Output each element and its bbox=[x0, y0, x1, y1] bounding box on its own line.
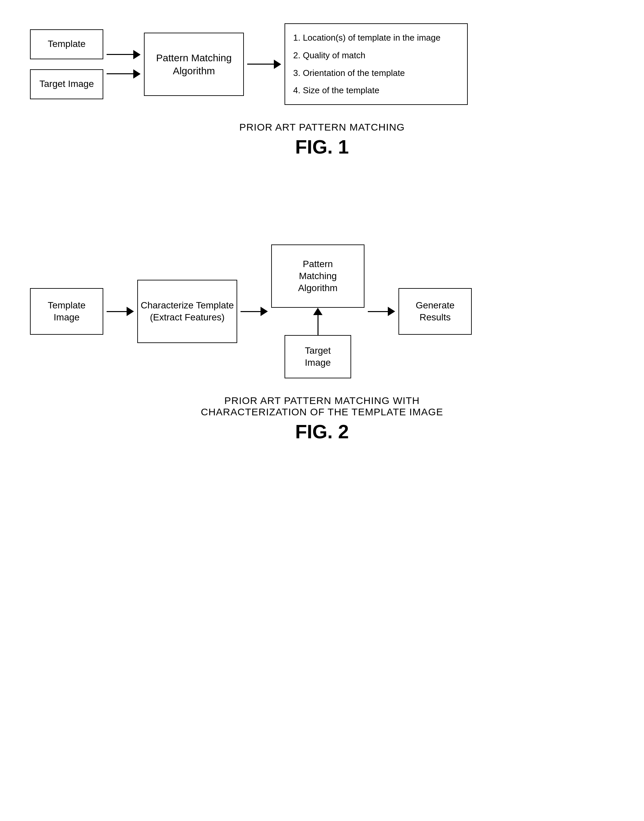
fig1-section: Template Target Image Pattern MatchingAl… bbox=[20, 13, 624, 178]
fig1-diagram: Template Target Image Pattern MatchingAl… bbox=[30, 23, 624, 105]
arrow-target-up bbox=[313, 308, 322, 335]
v-line bbox=[317, 315, 319, 335]
output-item-1: 1. Location(s) of template in the image bbox=[293, 30, 459, 46]
arrow-template-to-char bbox=[107, 307, 134, 316]
fig1-output-box: 1. Location(s) of template in the image … bbox=[285, 23, 468, 105]
fig1-algo-box: Pattern MatchingAlgorithm bbox=[144, 33, 244, 96]
fig1-subtitle: PRIOR ART PATTERN MATCHING bbox=[20, 122, 624, 133]
fig2-subtitle-line2: CHARACTERIZATION OF THE TEMPLATE IMAGE bbox=[20, 406, 624, 418]
section-gap bbox=[20, 178, 624, 218]
fig2-diagram: TemplateImage Characterize Template(Extr… bbox=[30, 245, 624, 378]
output-item-4: 4. Size of the template bbox=[293, 83, 459, 98]
fig1-inputs: Template Target Image bbox=[30, 29, 103, 99]
fig2-generate-box: GenerateResults bbox=[399, 288, 472, 335]
target-image-box: Target Image bbox=[30, 69, 103, 99]
fig2-middle-col: PatternMatchingAlgorithm TargetImage bbox=[271, 245, 365, 378]
template-box: Template bbox=[30, 29, 103, 59]
page: Template Target Image Pattern MatchingAl… bbox=[0, 0, 644, 821]
fig2-label: FIG. 2 bbox=[20, 420, 624, 443]
arrow-char-to-algo bbox=[241, 307, 268, 316]
fig2-algo-box: PatternMatchingAlgorithm bbox=[271, 245, 365, 308]
arrow-algo-to-generate bbox=[368, 307, 395, 316]
fig2-caption: PRIOR ART PATTERN MATCHING WITH CHARACTE… bbox=[20, 395, 624, 443]
fig2-template-box: TemplateImage bbox=[30, 288, 103, 335]
arrow-template-to-algo bbox=[107, 50, 141, 59]
fig1-label: FIG. 1 bbox=[20, 136, 624, 158]
arrow-algo-to-output bbox=[247, 60, 281, 69]
fig1-input-arrows bbox=[107, 50, 141, 79]
arrow-target-to-algo bbox=[107, 69, 141, 79]
fig2-section: TemplateImage Characterize Template(Extr… bbox=[20, 218, 624, 443]
fig2-characterize-box: Characterize Template(Extract Features) bbox=[137, 280, 237, 343]
arrowhead-up bbox=[313, 308, 322, 315]
fig2-subtitle-line1: PRIOR ART PATTERN MATCHING WITH bbox=[20, 395, 624, 406]
fig2-target-box: TargetImage bbox=[285, 335, 351, 378]
fig1-caption: PRIOR ART PATTERN MATCHING FIG. 1 bbox=[20, 122, 624, 158]
output-item-3: 3. Orientation of the template bbox=[293, 65, 459, 81]
output-item-2: 2. Quality of match bbox=[293, 47, 459, 63]
